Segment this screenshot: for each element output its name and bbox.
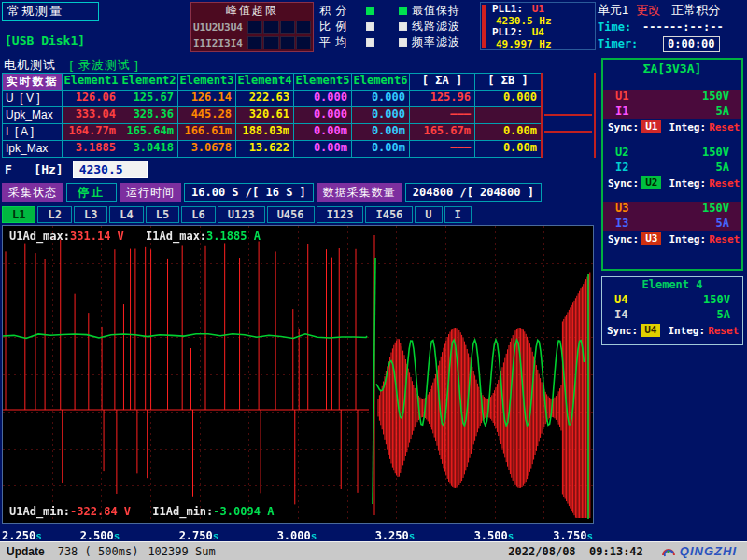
cell-i-sigma-b: 0.00m (475, 124, 542, 141)
waveform-min-readout: U1Ad_min:-322.84 V I1Ad_min:-3.0094 A (9, 505, 274, 518)
i1-min-value: -3.0094 A (213, 505, 274, 518)
tab-i123[interactable]: I123 (317, 206, 364, 223)
cell-ipk-e4: 13.622 (236, 141, 294, 158)
toggle-panel: 积 分 最值保持 比 例 线路滤波 平 均 频率滤波 (319, 3, 460, 50)
tab-u[interactable]: U (415, 206, 442, 223)
update-label: Update (7, 545, 45, 558)
peak-voltage-channels: U1U2U3U4 (193, 21, 247, 34)
integration-checkbox[interactable] (366, 7, 374, 15)
change-button[interactable]: 更改 (636, 2, 660, 19)
brand-logo: QINGZHI (660, 544, 737, 558)
peak-over-limit-title: 峰值超限 (191, 3, 313, 19)
col-header-element2: Element2 (120, 74, 178, 91)
tab-l2[interactable]: L2 (37, 206, 71, 223)
i1-channel-label: I1 (615, 105, 628, 119)
peak-voltage-cells (247, 21, 311, 34)
wiring-group-3: U3150V I35A Sync: U3 Integ: Reset (603, 202, 741, 246)
integ-reset-button[interactable]: Reset (708, 325, 739, 337)
line-filter-checkbox[interactable] (399, 22, 407, 31)
timer-value: 0:00:00 (663, 36, 720, 52)
status-bar: Update 738 ( 500ms) 102399 Sum 2022/08/0… (0, 541, 747, 560)
channel-tab-bar: L1 L2 L3 L4 L5 L6 U123 U456 I123 I456 U … (2, 206, 472, 223)
tab-u123[interactable]: U123 (218, 206, 265, 223)
ratio-checkbox[interactable] (366, 22, 374, 31)
tab-l4[interactable]: L4 (109, 206, 143, 223)
sync-source-badge[interactable]: U1 (641, 120, 661, 133)
unit-name: 单元1 (598, 2, 628, 19)
cell-ipk-e2: 3.0418 (120, 141, 178, 158)
cell-upk-e3: 445.28 (178, 107, 236, 124)
pll1-label: PLL1: (492, 3, 523, 15)
acquisition-bar: 采集状态 停止 运行时间 16.00 S /[ 16 S ] 数据采集数量 20… (2, 183, 542, 202)
tab-l6[interactable]: L6 (181, 206, 215, 223)
cell-u-sigma-b: 0.000 (475, 91, 542, 107)
pll2-row: PLL2: U4 49.997 Hz (481, 26, 595, 49)
test-title: 电机测试 (4, 58, 56, 72)
realtime-data-table: 实时数据 Element1 Element2 Element3 Element4… (2, 73, 541, 158)
cell-i-e2: 165.64m (120, 124, 178, 141)
frequency-label: F [Hz] (5, 162, 63, 176)
max-hold-checkbox[interactable] (399, 7, 407, 15)
cell-u-e1: 126.06 (63, 91, 120, 107)
sample-count-label: 数据采集数量 (317, 183, 402, 202)
cell-ipk-sigma-a: ——— (410, 141, 475, 158)
u1-min-value: -322.84 V (70, 505, 131, 518)
i1-min-label: I1Ad_min: (152, 505, 213, 518)
u4-channel-label: U4 (614, 293, 627, 308)
tab-i456[interactable]: I456 (365, 206, 413, 223)
table-side-strip (541, 73, 596, 158)
i2-channel-label: I2 (615, 161, 628, 175)
cell-upk-e1: 333.04 (63, 107, 120, 124)
sigma-a-title: ΣA[3V3A] (603, 62, 741, 78)
u3-range-value: 150V (702, 202, 729, 217)
integ-label: Integ: (668, 325, 705, 337)
element4-panel: Element 4 U4150V I45A Sync: U4 Integ: Re… (601, 276, 743, 345)
datetime: 2022/08/08 09:13:42 (508, 545, 643, 558)
pll-indicator-stripe (482, 5, 486, 48)
integ-reset-button[interactable]: Reset (709, 121, 740, 133)
cell-u-e5: 0.000 (294, 91, 352, 107)
tab-u456[interactable]: U456 (267, 206, 315, 223)
freq-filter-checkbox[interactable] (399, 38, 407, 47)
row-label-ipk-max: Ipk_Max (3, 141, 63, 158)
waveform-plot: U1Ad_max:331.14 V I1Ad_max:3.1885 A U1Ad… (2, 225, 594, 524)
sync-label: Sync: (607, 325, 638, 337)
cell-ipk-sigma-b: 0.00m (475, 141, 542, 158)
peak-current-channels: I1I2I3I4 (193, 37, 247, 49)
tab-l5[interactable]: L5 (146, 206, 179, 223)
col-header-element1: Element1 (63, 74, 120, 91)
time-value: ------:--:-- (642, 21, 724, 34)
integ-reset-button[interactable]: Reset (709, 233, 740, 245)
tab-l3[interactable]: L3 (74, 206, 107, 223)
u1-max-value: 331.14 V (70, 230, 124, 243)
cell-ipk-e1: 3.1885 (63, 141, 120, 158)
waveform-max-readout: U1Ad_max:331.14 V I1Ad_max:3.1885 A (9, 230, 261, 243)
col-header-sigma-b: [ ΣB ] (475, 74, 542, 91)
average-checkbox[interactable] (366, 38, 374, 47)
sync-source-badge[interactable]: U3 (641, 232, 661, 245)
toggle-label-freq-filter: 频率滤波 (412, 35, 460, 50)
tab-i[interactable]: I (444, 206, 472, 223)
i4-range-value: 5A (717, 308, 730, 323)
i2-range-value: 5A (716, 161, 729, 175)
cell-i-e6: 0.00m (352, 124, 410, 141)
peak-row-voltage: U1U2U3U4 (193, 20, 311, 35)
time-label: Time: (598, 21, 642, 34)
cell-u-e6: 0.000 (352, 91, 410, 107)
tab-l1[interactable]: L1 (2, 206, 35, 223)
cell-u-e3: 126.14 (178, 91, 236, 107)
integ-reset-button[interactable]: Reset (709, 177, 740, 189)
toggle-label-line-filter: 线路滤波 (412, 19, 460, 35)
runtime-label: 运行时间 (120, 183, 181, 202)
sync-source-badge[interactable]: U2 (641, 176, 661, 189)
test-subtitle: [ 录波测试 ] (69, 58, 138, 72)
i1-range-value: 5A (716, 105, 729, 119)
col-header-sigma-a: [ ΣA ] (410, 74, 475, 91)
peak-over-limit-panel: 峰值超限 U1U2U3U4 I1I2I3I4 (190, 2, 314, 52)
peak-current-cells (247, 36, 311, 49)
sync-source-badge[interactable]: U4 (641, 324, 660, 337)
brand-name: QINGZHI (680, 544, 737, 558)
unit-panel: 单元1 更改 正常积分 Time: ------:--:-- Timer: 0:… (598, 2, 745, 52)
sigma-a-wiring-panel: ΣA[3V3A] U1150V I15A Sync: U1 Integ: Res… (601, 58, 743, 271)
pll-panel: PLL1: U1 4230.5 Hz PLL2: U4 49.997 Hz (480, 2, 596, 50)
